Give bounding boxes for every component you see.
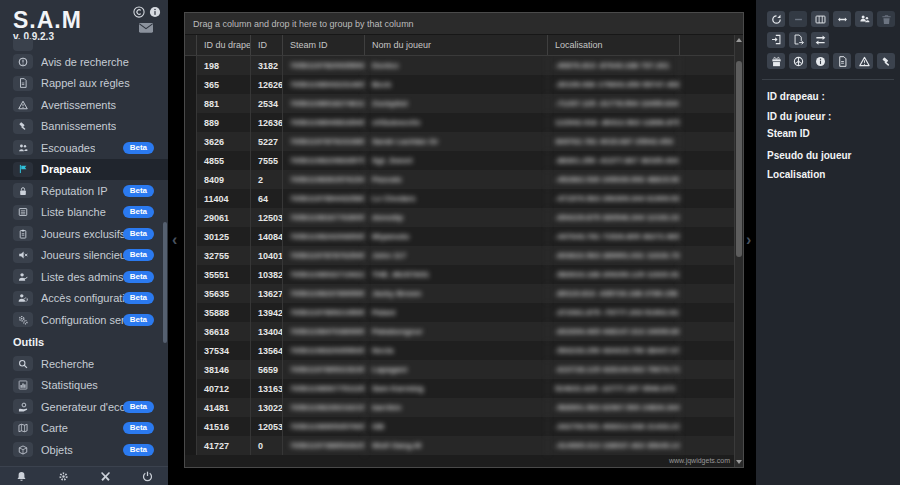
sidebar-item-statistiques[interactable]: Statistiques: [0, 375, 168, 397]
table-row[interactable]: 366181340476561198470380995Pakabongeur-6…: [185, 322, 734, 341]
column-header-id[interactable]: ID: [251, 35, 283, 55]
cell-location: 122942.016 -80312.563 12896.875: [548, 113, 680, 132]
cell-player-id: 10401: [251, 246, 283, 265]
columns-button[interactable]: [811, 11, 829, 27]
sidebar-item-configuration-serveur[interactable]: Configuration serveurBeta: [0, 309, 168, 331]
cell-steam-id: 76561198242936535: [283, 227, 365, 246]
sidebar-item-avertissements[interactable]: Avertissements: [0, 94, 168, 116]
beta-badge: Beta: [123, 422, 154, 434]
cell-player-name: Dontez: [365, 56, 548, 75]
sidebar-item-joueurs-exclusifs[interactable]: Joueurs exclusifsBeta: [0, 223, 168, 245]
table-row[interactable]: 415161205376561198905357065GB-342793.531…: [185, 417, 734, 436]
collapse-left-chevron-icon[interactable]: ‹: [172, 232, 177, 248]
table-row[interactable]: 38146565976561197895315235Lapagani-61072…: [185, 360, 734, 379]
sidebar-item-bannissements[interactable]: Bannissements: [0, 116, 168, 138]
table-row[interactable]: 198318276561197820935906Dontez-40876.813…: [185, 56, 734, 75]
ban-hammer-button[interactable]: [877, 53, 895, 69]
column-header-localisation[interactable]: Localisation: [548, 35, 680, 55]
info-filled-button[interactable]: [811, 53, 829, 69]
table-row[interactable]: 8409276561198302576154Pascals-452862.530…: [185, 170, 734, 189]
sidebar-item-label: Statistiques: [41, 379, 98, 391]
sidebar-scrollbar-thumb[interactable]: [163, 222, 167, 343]
gift-button[interactable]: [767, 53, 785, 69]
scroll-down-icon[interactable]: [735, 457, 743, 467]
cell-location: -593233.250 434415.750 38447.078: [548, 341, 680, 360]
sidebar-item-liste-des-admins[interactable]: Liste des adminsBeta: [0, 266, 168, 288]
gear-button[interactable]: [42, 471, 84, 482]
sidebar-item-avis-de-recherche[interactable]: Avis de recherche: [0, 51, 168, 73]
sidebar-item-carte[interactable]: CarteBeta: [0, 418, 168, 440]
mail-icon[interactable]: [139, 21, 153, 31]
table-row[interactable]: 327551040176561197878762545John 117-6036…: [185, 246, 734, 265]
table-row[interactable]: 3651262676561198043231465Beck-30199.936 …: [185, 75, 734, 94]
table-row[interactable]: 881253476561198018274611Zockpilot-71297.…: [185, 94, 734, 113]
swap-button[interactable]: [811, 32, 829, 48]
toolbar-row: [767, 32, 829, 48]
sidebar-item-rappel-aux-r-gles[interactable]: Rappel aux règles: [0, 73, 168, 95]
refresh-button[interactable]: [767, 11, 785, 27]
cell-player-name: Le Chedars: [365, 189, 548, 208]
group-by-drop-zone[interactable]: Drag a column and drop it here to group …: [185, 13, 743, 35]
sidebar-item-recherche[interactable]: Recherche: [0, 353, 168, 375]
table-row[interactable]: 414811302276561198239216215barrikin-5689…: [185, 398, 734, 417]
sidebar-item-acc-s-configuration-serveur[interactable]: Accès configuration serveurBeta: [0, 288, 168, 310]
wheel-button[interactable]: [789, 53, 807, 69]
document-button[interactable]: [833, 53, 851, 69]
table-row[interactable]: 358881394276561197899219595Palani-372061…: [185, 303, 734, 322]
table-row[interactable]: 407121316376561198067751115Sam Karmbig52…: [185, 379, 734, 398]
cell-steam-id: 76561197894432580: [283, 189, 365, 208]
cell-player-id: 64: [251, 189, 283, 208]
sidebar-item-liste-blanche[interactable]: Liste blancheBeta: [0, 202, 168, 224]
cell-player-name: Sarah Lachlan Gr: [365, 132, 548, 151]
ban-hammer-icon: [18, 121, 28, 131]
sidebar-item-escouades[interactable]: EscouadesBeta: [0, 137, 168, 159]
table-row[interactable]: 356351362776561198237890595Jacky Brown-8…: [185, 284, 734, 303]
column-header-id-du-drapeau[interactable]: ID du drapeau▴: [197, 35, 251, 55]
warning-button[interactable]: [855, 53, 873, 69]
vertical-scrollbar[interactable]: [734, 35, 743, 467]
import-button[interactable]: [767, 32, 785, 48]
jqwidgets-watermark[interactable]: www.jqwidgets.com: [669, 457, 730, 464]
minus-icon: [793, 14, 804, 25]
sidebar-item-label: Objets: [41, 444, 73, 456]
table-row[interactable]: 301251408476561198242936535Miyamoto-4476…: [185, 227, 734, 246]
copyright-icon[interactable]: [133, 6, 145, 18]
user-gear-icon: [18, 293, 28, 303]
beta-badge: Beta: [123, 444, 154, 456]
cell-player-id: 13022: [251, 398, 283, 417]
table-row[interactable]: 114046476561197894432580Le Chedars-47157…: [185, 189, 734, 208]
sidebar-item-joueurs-silencieux[interactable]: Joueurs silencieuxBeta: [0, 245, 168, 267]
sidebar-item-generateur-d-economie[interactable]: Generateur d'economieBeta: [0, 396, 168, 418]
table-row[interactable]: 41727076561197388532625Wolf Gang-M-41496…: [185, 436, 734, 455]
refresh-icon: [771, 14, 782, 25]
bell-button[interactable]: [0, 471, 42, 482]
file-export-button[interactable]: [789, 32, 807, 48]
column-header-nom-du-joueur[interactable]: Nom du joueur: [365, 35, 548, 55]
cell-location: 524631.625 -12777.297 9546.672: [548, 379, 680, 398]
sidebar-item-label: Rappel aux règles: [41, 77, 130, 89]
arrows-h-button[interactable]: [833, 11, 851, 27]
scrollbar-thumb[interactable]: [736, 61, 742, 257]
sidebar-item-r-putation-ip[interactable]: Réputation IPBeta: [0, 180, 168, 202]
cell-flag-id: 881: [197, 94, 251, 113]
power-button[interactable]: [126, 471, 168, 482]
table-row[interactable]: 290611250376561198167763005donedip-65422…: [185, 208, 734, 227]
cell-location: -654229.875 330546.344 12192.316: [548, 208, 680, 227]
collapse-right-chevron-icon[interactable]: ›: [746, 232, 751, 248]
cell-location: -88361.250 -41377.867 36335.434: [548, 151, 680, 170]
users-map-button[interactable]: [855, 11, 873, 27]
tools-button[interactable]: [84, 471, 126, 482]
table-row[interactable]: 3626522776561197879231985Sarah Lachlan G…: [185, 132, 734, 151]
table-row[interactable]: 375341356476561198329355935Necla-593233.…: [185, 341, 734, 360]
table-row[interactable]: 355511038276561198032719422THE_MUSTA91-5…: [185, 265, 734, 284]
column-header-empty: [680, 35, 734, 55]
column-header-steam-id[interactable]: Steam ID: [283, 35, 365, 55]
sidebar-item-drapeaux[interactable]: Drapeaux: [0, 159, 168, 181]
sidebar-item-objets[interactable]: ObjetsBeta: [0, 439, 168, 461]
sidebar-item-label: Joueurs silencieux: [41, 249, 132, 261]
table-row[interactable]: 8891263676561198049816545xXSubnexXx12294…: [185, 113, 734, 132]
info-icon[interactable]: [149, 6, 161, 18]
table-row[interactable]: 4855755576561198229833575Sgt_Sweet-88361…: [185, 151, 734, 170]
scroll-up-icon[interactable]: [735, 35, 743, 45]
sidebar-section-title: Outils: [13, 336, 44, 348]
